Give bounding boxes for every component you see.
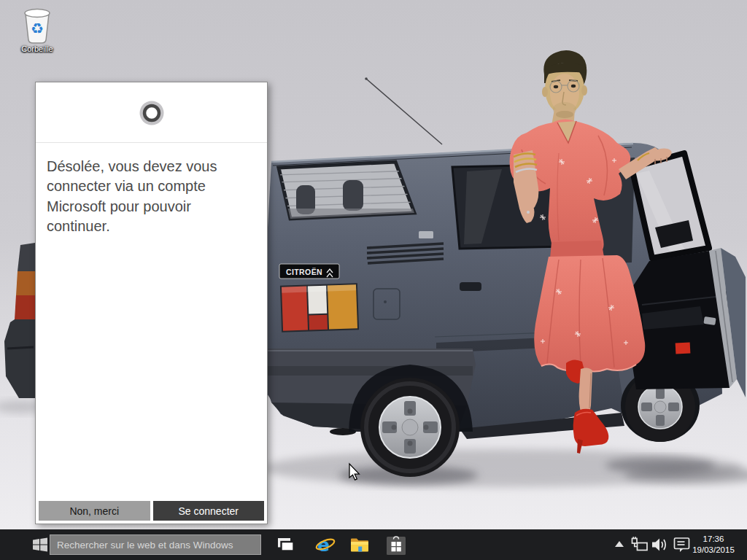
clock-time: 17:36: [686, 534, 741, 545]
cortana-message: Désolée, vous devez vous connecter via u…: [47, 157, 224, 237]
network-icon[interactable]: [630, 536, 649, 553]
cortana-panel: Désolée, vous devez vous connecter via u…: [35, 82, 268, 524]
start-button[interactable]: [32, 537, 48, 553]
hidden-icons-chevron[interactable]: [615, 541, 624, 548]
cortana-panel-header: [36, 82, 267, 143]
decline-button[interactable]: Non, merci: [39, 501, 150, 521]
recycle-bin-icon: ♻: [18, 4, 56, 44]
cortana-icon: [137, 98, 166, 128]
citroen-badge: CITROËN: [279, 264, 339, 279]
floor-shadows: [263, 449, 747, 487]
task-view-button[interactable]: [275, 536, 295, 554]
volume-icon[interactable]: [651, 536, 670, 553]
cortana-buttons: Non, merci Se connecter: [39, 501, 264, 521]
svg-text:e: e: [317, 535, 330, 555]
rear-window: [276, 162, 417, 220]
search-input[interactable]: [50, 534, 261, 555]
door-handle: [460, 282, 481, 291]
internet-explorer-icon[interactable]: e: [315, 535, 336, 555]
svg-text:♻: ♻: [31, 20, 44, 37]
sign-in-button[interactable]: Se connecter: [153, 501, 265, 521]
desktop: CITROËN: [0, 0, 747, 560]
desktop-icon-recycle-bin[interactable]: ♻ Corbeille: [9, 4, 66, 53]
clock-date: 19/03/2015: [686, 545, 741, 556]
recycle-bin-label: Corbeille: [9, 44, 66, 53]
taskbar: e 17:36: [0, 529, 747, 560]
tail-light: [280, 283, 359, 332]
file-explorer-icon[interactable]: [349, 536, 370, 553]
citroen-badge-text: CITROËN: [286, 268, 322, 276]
model-badge: [419, 231, 433, 238]
windows-store-icon[interactable]: [386, 534, 406, 555]
cortana-message-area: Désolée, vous devez vous connecter via u…: [36, 143, 267, 237]
taskbar-clock[interactable]: 17:36 19/03/2015: [686, 534, 741, 556]
door-reflector: [676, 342, 691, 354]
